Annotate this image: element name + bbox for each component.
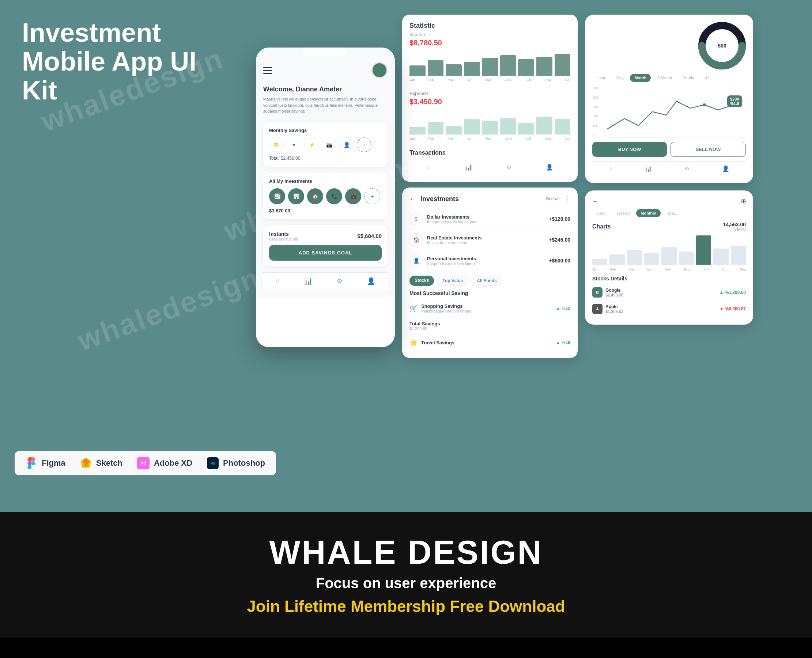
- brand-title: WHALE DESIGN: [15, 534, 797, 571]
- inv-icon-4[interactable]: 📞: [326, 188, 342, 204]
- savings-icon-5[interactable]: 👤: [339, 138, 354, 152]
- saving-item-2: Total Savings $1,200.89: [409, 317, 571, 335]
- instants-label: Instants: [269, 231, 298, 237]
- exp-bar-4: [464, 119, 480, 135]
- sketch-icon: [80, 457, 92, 469]
- phone-bottom-nav: ⌂ 📊 ⚙ 👤: [263, 273, 387, 290]
- inv-icon-3[interactable]: 🏠: [307, 188, 323, 204]
- profile-nav-icon[interactable]: 👤: [367, 277, 375, 285]
- savings-icon-2[interactable]: ♥: [287, 138, 301, 152]
- savings-icon-1[interactable]: 📁: [269, 138, 284, 152]
- svg-point-7: [703, 103, 706, 107]
- exp-bar-1: [409, 127, 426, 135]
- transactions-label: Transactions: [409, 149, 571, 156]
- stocks-tag[interactable]: Stocks: [409, 276, 434, 286]
- see-all-link[interactable]: See all: [546, 196, 560, 201]
- all-tab[interactable]: All: [701, 74, 714, 82]
- home-nav-icon[interactable]: ⌂: [276, 277, 280, 285]
- chart-nav-icon[interactable]: 📊: [304, 277, 312, 285]
- bar-1: [409, 66, 426, 76]
- divider-1: [409, 86, 571, 86]
- exp-bar-2: [428, 122, 444, 135]
- inv-sub-1: Integer vel turpis malesuada: [427, 220, 478, 224]
- back-arrow-icon[interactable]: ←: [409, 195, 416, 203]
- more-options-icon[interactable]: ⋮: [564, 195, 571, 203]
- chart-bar-8: [713, 249, 728, 265]
- income-amount: $8,780.50: [409, 39, 571, 47]
- savings-icon-3[interactable]: ⚡: [304, 138, 319, 152]
- charts-filter-icon[interactable]: ⊞: [741, 198, 746, 205]
- stats-profile-icon[interactable]: 👤: [546, 164, 553, 171]
- topvalue-tag[interactable]: Top Value: [437, 276, 468, 286]
- chart-bar-3: [627, 250, 642, 265]
- stats-home-icon[interactable]: ⌂: [426, 164, 430, 171]
- chart-value: 14,563.00: [723, 221, 746, 227]
- inv-icon-2[interactable]: 📊: [288, 188, 304, 204]
- buy-now-btn[interactable]: BUY NOW: [592, 142, 667, 157]
- shopping-cart-icon: 🛒: [409, 304, 417, 313]
- sixmonth-tab[interactable]: 6 Month: [653, 74, 676, 82]
- xd-label: Adobe XD: [154, 458, 192, 468]
- hero-title: Investment Mobile App UI Kit: [22, 18, 227, 105]
- savings-icon-4[interactable]: 📷: [322, 138, 336, 152]
- investments-card: All My Investments 📈 📊 🏠 📞 💼 + $3,670.00: [263, 172, 387, 219]
- time-tabs-bottom: Daily Weekly Monthly Yea...: [592, 209, 746, 217]
- house-icon: 🏠: [409, 233, 423, 246]
- stock-chart-icon[interactable]: 📊: [644, 165, 652, 172]
- settings-nav-icon[interactable]: ⚙: [337, 277, 343, 285]
- saving-item-1: 🛒 Shopping Savings Pellentesque pretium …: [409, 300, 571, 317]
- allfunds-tag[interactable]: All Funds: [471, 276, 502, 286]
- hour-tab[interactable]: Hour: [592, 74, 610, 82]
- savings-add-btn[interactable]: +: [357, 138, 372, 152]
- sell-now-btn[interactable]: SELL NOW: [671, 142, 746, 157]
- weekly-tab[interactable]: Weekly: [612, 209, 634, 217]
- bar-7: [518, 59, 534, 76]
- daily-tab[interactable]: Daily: [592, 209, 610, 217]
- menu-icon[interactable]: [263, 67, 272, 74]
- bottom-bar-labels: JanFeb MarApr MayJune JulyAug Sep: [592, 268, 746, 271]
- stocks-details-label: Stocks Details: [592, 276, 746, 282]
- figma-icon: [26, 457, 37, 469]
- apple-logo: A: [592, 304, 602, 314]
- inv-name-2: Real Estate Investments: [427, 235, 482, 241]
- inv-sub-3: Suspendisse ultrices libero: [427, 262, 476, 266]
- charts-back-icon[interactable]: ←: [592, 198, 598, 205]
- stock-chart-panel: 500 Hour Day Month 6 Month Yearly All 9: [585, 15, 753, 183]
- income-bar-labels: JanFeb MarApr MayJune JulyAug Sep: [409, 78, 571, 81]
- inv-icon-1[interactable]: 📈: [269, 188, 285, 204]
- chart-change: (%12): [723, 227, 746, 232]
- month-tab[interactable]: Month: [630, 74, 651, 82]
- stats-bottom-nav: ⌂ 📊 ⚙ 👤: [409, 160, 571, 174]
- brand-subtitle: Focus on user experience: [15, 575, 797, 591]
- bottom-section: WHALE DESIGN Focus on user experience Jo…: [0, 512, 812, 638]
- investment-item-1: $ Dollar Investments Integer vel turpis …: [409, 209, 571, 230]
- inv-icon-5[interactable]: 💼: [345, 188, 361, 204]
- chart-bar-2: [610, 254, 624, 265]
- exp-bar-6: [500, 118, 516, 135]
- investment-icons-row: 📈 📊 🏠 📞 💼 +: [269, 188, 382, 204]
- savings-icons-row: 📁 ♥ ⚡ 📷 👤 +: [269, 138, 382, 152]
- saving-item-3: ⭐ Travel Savings ▲ %19: [409, 335, 571, 351]
- inv-add-btn[interactable]: +: [364, 188, 380, 204]
- stats-chart-icon[interactable]: 📊: [465, 164, 472, 171]
- yearly-tab-2[interactable]: Yea...: [663, 209, 682, 217]
- stock-home-icon[interactable]: ⌂: [609, 165, 612, 172]
- yearly-tab[interactable]: Yearly: [679, 74, 698, 82]
- google-change: ▲ %1,208.60: [719, 290, 746, 295]
- bar-5: [482, 58, 498, 76]
- donut-chart: 500: [698, 22, 746, 69]
- stock-settings-icon[interactable]: ⚙: [684, 165, 690, 172]
- chart-bar-7: [696, 235, 711, 265]
- instants-amount: $5,684.00: [357, 233, 382, 239]
- stats-settings-icon[interactable]: ⚙: [506, 164, 511, 171]
- day-tab[interactable]: Day: [612, 74, 628, 82]
- stock-profile-icon[interactable]: 👤: [722, 165, 729, 172]
- saving-sub-1: Pellentesque pretium ornare: [421, 309, 472, 313]
- inv-sub-2: Massa in auctor lectus: [427, 241, 482, 245]
- action-buttons: BUY NOW SELL NOW: [592, 142, 746, 157]
- apple-name: Apple: [605, 304, 623, 309]
- add-savings-goal-btn[interactable]: ADD SAVINGS GOAL: [269, 245, 382, 261]
- exp-bar-7: [518, 123, 534, 135]
- bar-2: [428, 60, 444, 76]
- monthly-tab[interactable]: Monthly: [636, 209, 660, 217]
